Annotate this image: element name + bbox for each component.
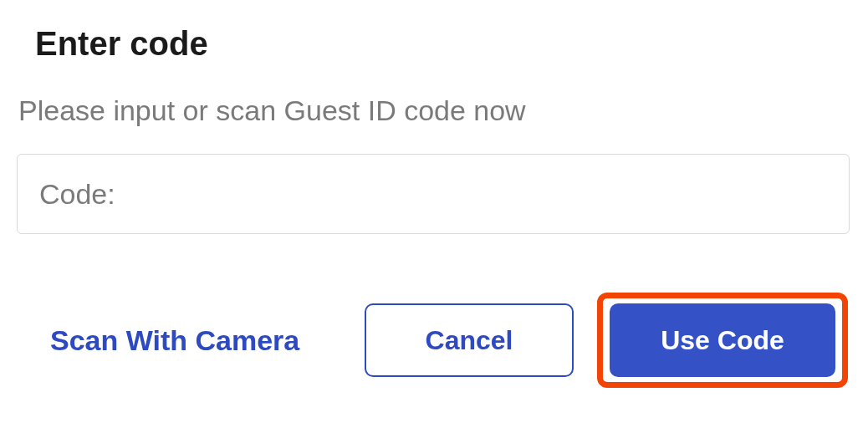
code-input[interactable] [17,154,850,234]
use-code-highlight: Use Code [597,293,848,388]
scan-with-camera-button[interactable]: Scan With Camera [50,324,299,357]
use-code-button[interactable]: Use Code [610,303,835,377]
actions-row: Scan With Camera Cancel Use Code [17,293,851,388]
cancel-button[interactable]: Cancel [365,303,574,377]
dialog-subtitle: Please input or scan Guest ID code now [18,94,851,127]
dialog-title: Enter code [35,25,851,63]
